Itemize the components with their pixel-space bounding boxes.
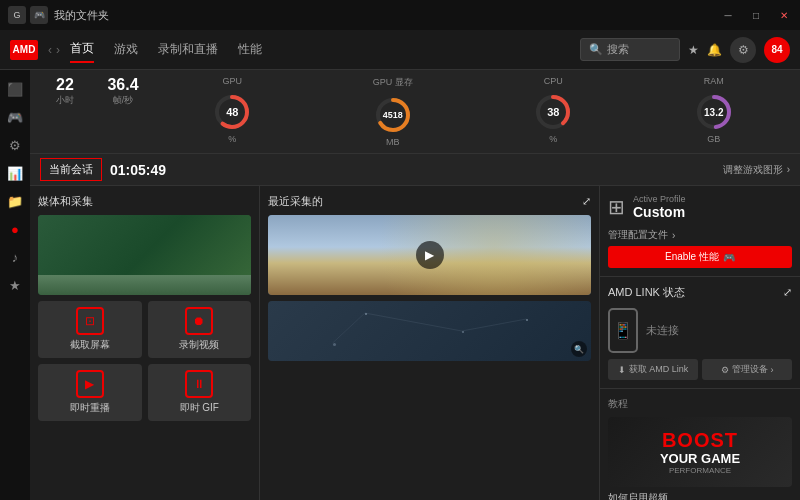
screenshot-icon: ⊡ xyxy=(76,307,104,335)
metric-cpu: CPU 38 % xyxy=(477,76,630,147)
link-expand-icon[interactable]: ⤢ xyxy=(783,286,792,299)
your-game-text: YOUR GAME xyxy=(660,451,740,466)
stat-hours-unit: 小时 xyxy=(56,94,74,107)
amd-logo: AMD xyxy=(10,40,38,60)
svg-line-8 xyxy=(365,313,462,331)
search-icon: 🔍 xyxy=(589,43,603,56)
maximize-button[interactable]: □ xyxy=(748,7,764,23)
tab-performance[interactable]: 性能 xyxy=(238,37,262,62)
gpu-gauge: 48 xyxy=(212,92,252,132)
stat-fps-value: 36.4 xyxy=(107,76,138,94)
devices-icon: ⚙ xyxy=(721,365,729,375)
sidebar-icon-folder[interactable]: 📁 xyxy=(4,190,26,212)
title-bar-controls: ─ □ ✕ xyxy=(720,7,792,23)
app-icon-1: G xyxy=(8,6,26,24)
sidebar-icon-red[interactable]: ● xyxy=(4,218,26,240)
sidebar-icon-home[interactable]: ⬛ xyxy=(4,78,26,100)
search-box[interactable]: 🔍 搜索 xyxy=(580,38,680,61)
gif-label: 即时 GIF xyxy=(180,401,219,415)
top-nav: AMD ‹ › 首页 游戏 录制和直播 性能 🔍 搜索 ★ 🔔 ⚙ 84 xyxy=(0,30,800,70)
bookmark-icon[interactable]: ★ xyxy=(688,43,699,57)
vram-label: GPU 显存 xyxy=(373,76,413,89)
performance-badge: 84 xyxy=(764,37,790,63)
phone-area: 📱 未连接 xyxy=(608,308,792,353)
ram-unit: GB xyxy=(707,134,720,144)
search-placeholder: 搜索 xyxy=(607,42,629,57)
minimize-button[interactable]: ─ xyxy=(720,7,736,23)
bell-icon[interactable]: 🔔 xyxy=(707,43,722,57)
replay-icon: ▶ xyxy=(76,370,104,398)
media-controls: ⊡ 截取屏幕 ⏺ 录制视频 ▶ 即时重播 ⏸ 即 xyxy=(38,301,251,421)
profile-header: ⊞ Active Profile Custom xyxy=(608,194,792,220)
media-section: 媒体和采集 ▶ ⊡ 截取屏幕 ⏺ xyxy=(30,186,800,500)
center-content: 22 小时 36.4 帧/秒 GPU 48 xyxy=(30,70,800,500)
tab-games[interactable]: 游戏 xyxy=(114,37,138,62)
recent-section: 最近采集的 ⤢ ▶ xyxy=(260,186,600,500)
forward-arrow[interactable]: › xyxy=(56,43,60,57)
record-video-button[interactable]: ⏺ 录制视频 xyxy=(148,301,252,358)
manage-devices-button[interactable]: ⚙ 管理设备 › xyxy=(702,359,792,380)
tutorial-banner[interactable]: BOOST YOUR GAME PERFORMANCE xyxy=(608,417,792,487)
instant-replay-button[interactable]: ▶ 即时重播 xyxy=(38,364,142,421)
adjust-graphics-button[interactable]: 调整游戏图形 › xyxy=(723,163,790,177)
manage-profile-row[interactable]: 管理配置文件 › xyxy=(608,228,792,242)
particles xyxy=(268,301,591,361)
stat-hours: 22 小时 xyxy=(40,76,90,147)
ram-gauge: 13.2 xyxy=(694,92,734,132)
zoom-icon[interactable]: 🔍 xyxy=(571,341,587,357)
sidebar-icon-chart[interactable]: 📊 xyxy=(4,162,26,184)
replay-label: 即时重播 xyxy=(70,401,110,415)
manage-arrow: › xyxy=(672,230,675,241)
cpu-unit: % xyxy=(549,134,557,144)
download-icon: ⬇ xyxy=(618,365,626,375)
window-title: 我的文件夹 xyxy=(54,8,109,23)
ram-label: RAM xyxy=(704,76,724,86)
amd-link-section: AMD LINK 状态 ⤢ 📱 未连接 ⬇ 获取 AMD Link xyxy=(600,277,800,389)
gif-icon: ⏸ xyxy=(185,370,213,398)
gamepad-icon: 🎮 xyxy=(723,252,735,263)
record-icon: ⏺ xyxy=(185,307,213,335)
tutorial-desc[interactable]: 如何启用超频 xyxy=(608,491,792,500)
back-arrow[interactable]: ‹ xyxy=(48,43,52,57)
screenshot-button[interactable]: ⊡ 截取屏幕 xyxy=(38,301,142,358)
tab-home[interactable]: 首页 xyxy=(70,36,94,63)
media-section-title: 媒体和采集 xyxy=(38,194,251,209)
stat-fps-unit: 帧/秒 xyxy=(113,94,134,107)
main-content: ⬛ 🎮 ⚙ 📊 📁 ● ♪ ★ 22 小时 36.4 帧/秒 xyxy=(0,70,800,500)
sidebar-icon-settings[interactable]: ⚙ xyxy=(4,134,26,156)
sidebar-icon-game[interactable]: 🎮 xyxy=(4,106,26,128)
expand-icon[interactable]: ⤢ xyxy=(582,195,591,208)
sidebar-icon-star[interactable]: ★ xyxy=(4,274,26,296)
recent-title: 最近采集的 ⤢ xyxy=(268,194,591,209)
link-title: AMD LINK 状态 ⤢ xyxy=(608,285,792,300)
gpu-value: 48 xyxy=(226,106,238,118)
manage-label: 管理配置文件 xyxy=(608,228,668,242)
recent-play-button[interactable]: ▶ xyxy=(416,241,444,269)
cpu-value: 38 xyxy=(547,106,559,118)
svg-line-10 xyxy=(333,313,365,343)
recent-thumbnail[interactable]: ▶ xyxy=(268,215,591,295)
nav-arrows: ‹ › xyxy=(48,43,60,57)
app-icon-2: 🎮 xyxy=(30,6,48,24)
settings-button[interactable]: ⚙ xyxy=(730,37,756,63)
gpu-unit: % xyxy=(228,134,236,144)
sidebar-icon-music[interactable]: ♪ xyxy=(4,246,26,268)
gpu-label: GPU xyxy=(222,76,242,86)
record-label: 录制视频 xyxy=(179,338,219,352)
session-time: 01:05:49 xyxy=(110,162,166,178)
profile-section: ⊞ Active Profile Custom 管理配置文件 › Enable … xyxy=(600,186,800,277)
get-link-button[interactable]: ⬇ 获取 AMD Link xyxy=(608,359,698,380)
vram-value: 4518 xyxy=(383,110,403,120)
boost-text: BOOST xyxy=(660,429,740,451)
profile-name: Custom xyxy=(633,204,792,220)
instant-gif-button[interactable]: ⏸ 即时 GIF xyxy=(148,364,252,421)
close-button[interactable]: ✕ xyxy=(776,7,792,23)
media-left: 媒体和采集 ▶ ⊡ 截取屏幕 ⏺ xyxy=(30,186,260,500)
vram-unit: MB xyxy=(386,137,400,147)
tab-record[interactable]: 录制和直播 xyxy=(158,37,218,62)
media-thumbnail[interactable]: ▶ xyxy=(38,215,251,295)
arrow-right-icon: › xyxy=(787,164,790,175)
vram-gauge: 4518 xyxy=(373,95,413,135)
profile-icon: ⊞ xyxy=(608,195,625,219)
enable-performance-button[interactable]: Enable 性能 🎮 xyxy=(608,246,792,268)
